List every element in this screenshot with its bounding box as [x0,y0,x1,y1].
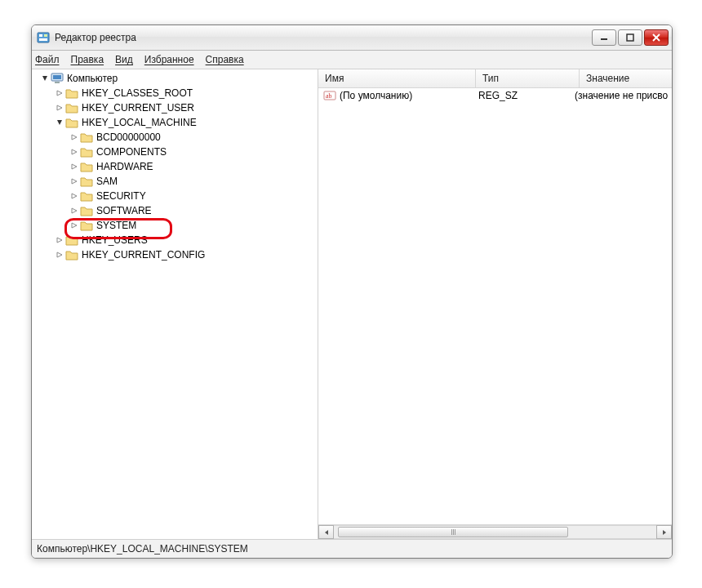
tree-item-label: HKEY_USERS [82,234,148,246]
tree-item-label: BCD00000000 [96,131,161,143]
folder-icon [80,190,93,202]
app-icon [37,31,50,44]
expand-icon[interactable] [69,191,79,201]
menu-bar: Файл Правка Вид Избранное Справка [32,51,672,69]
tree-hklm-child[interactable]: SAM [32,174,318,189]
expand-icon[interactable] [55,235,64,245]
expand-icon[interactable] [69,162,79,172]
folder-icon [80,176,93,187]
column-header-name[interactable]: Имя [318,69,476,87]
tree-pane: Компьютер HKEY_CLASSES_ROOT HKEY_CURRENT… [32,69,318,539]
expand-icon[interactable] [69,206,79,216]
column-header-value[interactable]: Значение [580,69,672,87]
expand-icon[interactable] [55,88,64,98]
list-pane: Имя Тип Значение ab (По умолчанию) REG_S… [318,69,672,539]
folder-icon [80,161,93,172]
tree-root-label: Компьютер [67,73,118,84]
tree-hklm-child[interactable]: SOFTWARE [32,203,318,218]
row-type: REG_SZ [478,90,575,101]
folder-icon [80,146,93,158]
scroll-right-button[interactable] [656,525,672,539]
svg-marker-14 [57,120,62,125]
menu-edit[interactable]: Правка [71,54,104,65]
svg-rect-11 [55,82,60,83]
tree[interactable]: Компьютер HKEY_CLASSES_ROOT HKEY_CURRENT… [32,71,318,262]
title-bar: Редактор реестра [32,25,672,51]
scroll-left-button[interactable] [318,525,334,539]
svg-marker-20 [72,208,77,213]
expand-icon[interactable] [55,103,64,113]
tree-hklm-system[interactable]: SYSTEM [32,218,318,233]
tree-root[interactable]: Компьютер [32,71,318,86]
menu-file[interactable]: Файл [35,54,60,65]
tree-item-label: COMPONENTS [96,146,167,158]
collapse-icon[interactable] [40,74,50,83]
tree-hkcr[interactable]: HKEY_CLASSES_ROOT [32,86,318,100]
window-title: Редактор реестра [55,32,136,43]
scroll-track[interactable] [334,525,656,539]
regedit-window: Редактор реестра Файл Правка Вид Избранн… [31,24,673,559]
string-value-icon: ab [323,89,336,102]
list-body[interactable]: ab (По умолчанию) REG_SZ (значение не пр… [318,88,672,524]
menu-help[interactable]: Справка [206,54,244,65]
tree-hkcc[interactable]: HKEY_CURRENT_CONFIG [32,247,318,262]
svg-rect-0 [38,33,49,42]
list-header: Имя Тип Значение [318,69,672,88]
expand-icon[interactable] [69,147,79,157]
tree-item-label: SAM [96,176,118,187]
row-value: (значение не присво [575,90,672,101]
svg-rect-3 [39,38,47,41]
tree-hklm[interactable]: HKEY_LOCAL_MACHINE [32,115,318,130]
svg-marker-26 [325,530,328,535]
folder-icon [65,87,78,99]
svg-rect-10 [53,75,61,79]
svg-marker-18 [72,179,77,184]
svg-marker-21 [72,223,77,228]
menu-favorites[interactable]: Избранное [144,54,194,65]
close-button[interactable] [644,29,669,46]
tree-hklm-child[interactable]: COMPONENTS [32,145,318,159]
column-header-type[interactable]: Тип [476,69,580,87]
tree-item-label: SECURITY [96,190,146,202]
svg-marker-8 [42,76,47,81]
expand-icon[interactable] [69,132,79,142]
svg-rect-5 [627,34,633,41]
svg-marker-17 [72,164,77,169]
minimize-button[interactable] [592,29,616,46]
svg-text:ab: ab [326,92,332,100]
tree-hklm-child[interactable]: SECURITY [32,189,318,203]
horizontal-scrollbar[interactable] [318,524,672,539]
expand-icon[interactable] [69,220,79,230]
tree-item-label: HKEY_LOCAL_MACHINE [82,117,197,128]
svg-marker-19 [72,194,77,198]
svg-marker-23 [57,252,62,257]
svg-marker-12 [57,91,62,96]
tree-item-label: SYSTEM [96,220,136,231]
svg-rect-1 [39,34,42,37]
maximize-button[interactable] [618,29,642,46]
scroll-thumb[interactable] [338,527,568,537]
tree-item-label: HKEY_CURRENT_CONFIG [82,249,205,261]
expand-icon[interactable] [55,250,64,260]
status-bar: Компьютер\HKEY_LOCAL_MACHINE\SYSTEM [32,539,672,558]
status-path: Компьютер\HKEY_LOCAL_MACHINE\SYSTEM [37,543,248,555]
svg-marker-15 [72,135,77,140]
main-split: Компьютер HKEY_CLASSES_ROOT HKEY_CURRENT… [32,69,672,539]
list-row[interactable]: ab (По умолчанию) REG_SZ (значение не пр… [318,88,672,103]
tree-item-label: HKEY_CLASSES_ROOT [82,87,193,99]
tree-item-label: HKEY_CURRENT_USER [82,102,194,114]
tree-hkcu[interactable]: HKEY_CURRENT_USER [32,100,318,115]
tree-hklm-child[interactable]: HARDWARE [32,159,318,174]
folder-icon [80,205,93,216]
folder-icon [65,234,78,246]
menu-view[interactable]: Вид [115,54,133,65]
folder-icon [65,102,78,114]
svg-marker-27 [663,530,666,535]
svg-marker-13 [57,105,62,110]
collapse-icon[interactable] [55,118,64,127]
expand-icon[interactable] [69,176,79,186]
folder-icon [80,220,93,231]
tree-hku[interactable]: HKEY_USERS [32,233,318,247]
tree-hklm-child[interactable]: BCD00000000 [32,130,318,145]
svg-marker-22 [57,238,62,243]
